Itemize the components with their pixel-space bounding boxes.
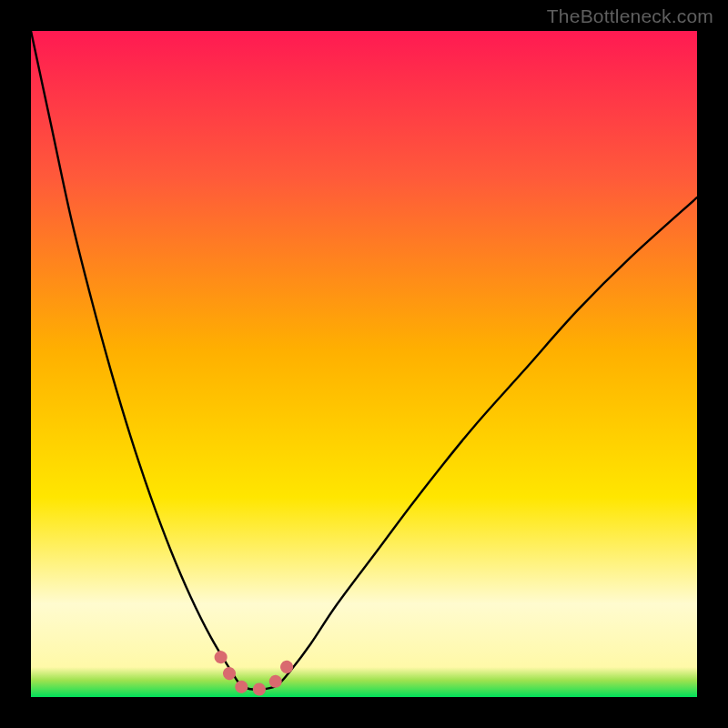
chart-frame: TheBottleneck.com (0, 0, 728, 728)
bottleneck-curve (31, 31, 697, 690)
watermark-text: TheBottleneck.com (547, 5, 713, 27)
curve-layer (31, 31, 697, 697)
plot-area (31, 31, 697, 697)
valley-highlight (221, 657, 291, 690)
